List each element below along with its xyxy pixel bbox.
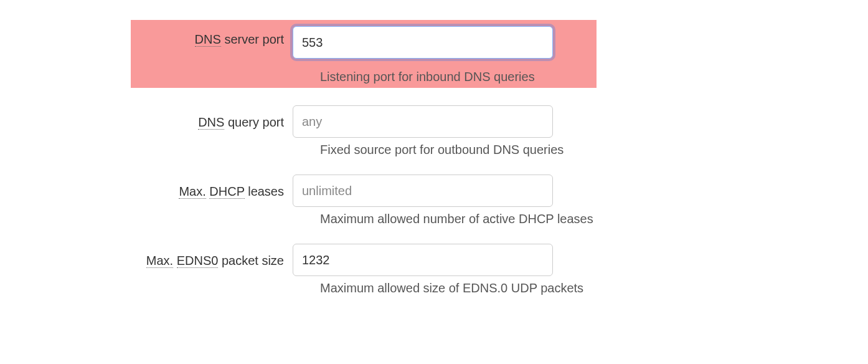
max-dhcp-leases-input[interactable] (293, 175, 553, 207)
form-row-dns-server-port: DNS server port Listening port for inbou… (0, 20, 868, 88)
help-max-dhcp-leases: Maximum allowed number of active DHCP le… (293, 212, 868, 226)
abbr-max: Max. (179, 184, 205, 199)
settings-form: DNS server port Listening port for inbou… (0, 20, 868, 295)
help-dns-server-port: Listening port for inbound DNS queries (293, 70, 597, 84)
form-row-dns-query-port: DNS query port Fixed source port for out… (0, 105, 868, 157)
abbr-dhcp: DHCP (209, 184, 244, 199)
label-max-dhcp-leases: Max. DHCP leases (0, 175, 293, 209)
form-row-max-edns0-size: Max. EDNS0 packet size Maximum allowed s… (0, 244, 868, 295)
help-dns-query-port: Fixed source port for outbound DNS queri… (293, 143, 868, 157)
dns-server-port-input[interactable] (293, 26, 553, 59)
help-max-edns0-size: Maximum allowed size of EDNS.0 UDP packe… (293, 281, 868, 295)
form-row-max-dhcp-leases: Max. DHCP leases Maximum allowed number … (0, 175, 868, 226)
dns-query-port-input[interactable] (293, 105, 553, 138)
label-dns-server-port: DNS server port (131, 24, 293, 84)
abbr-max: Max. (146, 254, 173, 268)
abbr-edns0: EDNS0 (177, 254, 219, 268)
max-edns0-size-input[interactable] (293, 244, 553, 276)
abbr-dns: DNS (195, 32, 221, 47)
abbr-dns: DNS (198, 115, 224, 130)
label-dns-query-port: DNS query port (0, 105, 293, 140)
label-max-edns0-size: Max. EDNS0 packet size (0, 244, 293, 278)
